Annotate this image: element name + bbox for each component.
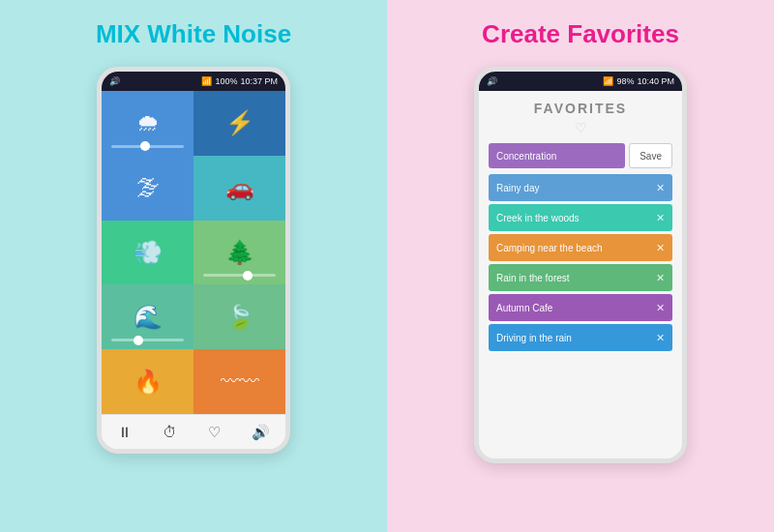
fav-close-icon[interactable]: ✕: [656, 302, 665, 314]
rain-icon: 🌧: [136, 109, 160, 136]
storm-icon: 🌫: [136, 174, 160, 201]
leaf-icon: 🍃: [225, 304, 254, 331]
fav-item-creek[interactable]: Creek in the woods ✕: [489, 204, 672, 231]
fav-item-label: Rainy day: [496, 183, 539, 193]
favorites-screen: FAVORITES ♡ Concentration Save Rainy day…: [479, 91, 682, 458]
fire-icon: 🔥: [134, 369, 163, 396]
fav-close-icon[interactable]: ✕: [656, 332, 665, 344]
water-slider[interactable]: [111, 339, 184, 341]
time-label: 10:37 PM: [240, 76, 278, 86]
sound-cell-storm[interactable]: 🌫: [102, 156, 194, 221]
right-status-bar: 🔊 📶 98% 10:40 PM: [479, 72, 682, 91]
water-icon: 🌊: [134, 304, 163, 331]
phone-right: 🔊 📶 98% 10:40 PM FAVORITES ♡ Concentrati…: [474, 67, 687, 463]
wind-icon: 💨: [134, 239, 163, 266]
left-status-bar: 🔊 📶 100% 10:37 PM: [102, 72, 285, 91]
fav-item-autumn-cafe[interactable]: Autumn Cafe ✕: [489, 294, 672, 321]
sound-cell-rain[interactable]: 🌧: [102, 91, 194, 156]
favorites-input-row: Concentration Save: [489, 143, 672, 168]
right-panel-title: Create Favorites: [482, 19, 679, 49]
fav-item-label: Rain in the forest: [496, 273, 570, 283]
fav-close-icon[interactable]: ✕: [656, 272, 665, 284]
left-panel: MIX White Noise 🔊 📶 100% 10:37 PM 🌧 ⚡: [0, 0, 387, 532]
fav-close-icon[interactable]: ✕: [656, 182, 665, 194]
sound-cell-thunder[interactable]: ⚡: [194, 91, 285, 156]
status-right-info: 📶 100% 10:37 PM: [201, 76, 278, 86]
sound-cell-fire[interactable]: 🔥: [102, 349, 194, 414]
fav-item-camping[interactable]: Camping near the beach ✕: [489, 234, 672, 261]
right-signal-icon: 📶: [603, 76, 613, 86]
fav-item-label: Camping near the beach: [496, 243, 603, 253]
sound-cell-leaf[interactable]: 🍃: [194, 284, 285, 349]
sound-cell-waves[interactable]: 〰〰: [194, 349, 285, 414]
fav-item-label: Autumn Cafe: [496, 303, 552, 313]
right-status-right: 📶 98% 10:40 PM: [603, 76, 674, 86]
fav-close-icon[interactable]: ✕: [656, 242, 665, 254]
favorites-heart-icon: ♡: [575, 120, 587, 135]
fav-item-label: Driving in the rain: [496, 333, 572, 343]
sound-grid: 🌧 ⚡ 🌫 🚗 💨 🌲: [102, 91, 285, 414]
sound-cell-water[interactable]: 🌊: [102, 284, 194, 349]
fav-item-rain-forest[interactable]: Rain in the forest ✕: [489, 264, 672, 291]
volume-button[interactable]: 🔊: [252, 424, 270, 441]
sound-cell-forest[interactable]: 🌲: [194, 221, 285, 285]
phone-left: 🔊 📶 100% 10:37 PM 🌧 ⚡ 🌫 �: [97, 67, 290, 454]
left-panel-title: MIX White Noise: [96, 19, 291, 49]
rain-slider[interactable]: [111, 145, 184, 148]
battery-label: 100%: [215, 76, 237, 86]
phone-bottom-bar: ⏸ ⏱ ♡ 🔊: [102, 414, 285, 449]
forest-slider[interactable]: [203, 274, 276, 277]
thunder-icon: ⚡: [225, 109, 254, 136]
car-icon: 🚗: [225, 174, 254, 201]
sound-cell-car[interactable]: 🚗: [194, 156, 285, 221]
right-volume-icon: 🔊: [487, 76, 497, 86]
pause-button[interactable]: ⏸: [117, 424, 132, 440]
favorites-name-input[interactable]: Concentration: [489, 143, 625, 168]
forest-icon: 🌲: [225, 239, 254, 266]
status-left-icons: 🔊: [109, 76, 120, 86]
save-button[interactable]: Save: [629, 143, 672, 168]
right-status-left: 🔊: [487, 76, 497, 86]
waves-icon: 〰〰: [221, 370, 259, 393]
fav-item-rainy-day[interactable]: Rainy day ✕: [489, 174, 672, 201]
right-battery-label: 98%: [616, 76, 634, 86]
fav-close-icon[interactable]: ✕: [656, 212, 665, 224]
favorites-heading: FAVORITES: [534, 101, 627, 116]
right-panel: Create Favorites 🔊 📶 98% 10:40 PM FAVORI…: [387, 0, 774, 532]
right-time-label: 10:40 PM: [637, 76, 674, 86]
favorites-list: Rainy day ✕ Creek in the woods ✕ Camping…: [489, 174, 672, 351]
signal-icon: 📶: [201, 76, 212, 86]
fav-item-label: Creek in the woods: [496, 213, 580, 223]
fav-item-driving[interactable]: Driving in the rain ✕: [489, 324, 672, 351]
favorites-button[interactable]: ♡: [208, 424, 221, 441]
sound-cell-wind[interactable]: 💨: [102, 221, 194, 285]
favorites-input-text: Concentration: [496, 151, 556, 162]
volume-icon: 🔊: [109, 76, 120, 86]
timer-button[interactable]: ⏱: [163, 424, 177, 440]
